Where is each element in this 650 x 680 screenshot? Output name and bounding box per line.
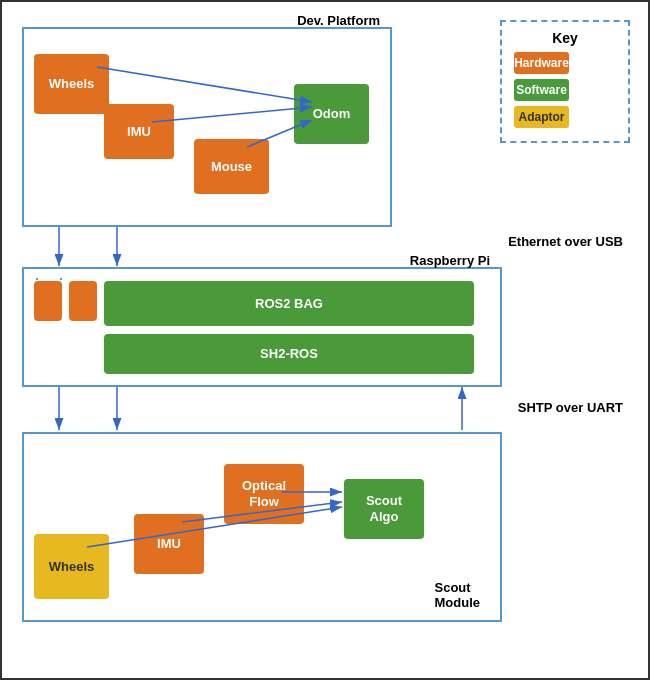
key-item-hardware: Hardware: [514, 52, 616, 74]
scout-platform-box: ScoutModule Wheels IMU OpticalFlow Scout…: [22, 432, 502, 622]
dev-platform-label: Dev. Platform: [297, 13, 380, 28]
optical-flow: OpticalFlow: [224, 464, 304, 524]
hw-block-1: [34, 281, 62, 321]
wheels-dev: Wheels: [34, 54, 109, 114]
key-item-software: Software: [514, 79, 616, 101]
scout-label: ScoutModule: [435, 580, 481, 610]
scout-algo: ScoutAlgo: [344, 479, 424, 539]
ethernet-label: Ethernet over USB: [508, 234, 623, 249]
hardware-color-swatch: Hardware: [514, 52, 569, 74]
odom-dev: Odom: [294, 84, 369, 144]
software-color-swatch: Software: [514, 79, 569, 101]
main-diagram: Key Hardware Software Adaptor Dev. Platf…: [0, 0, 650, 680]
wheels-scout: Wheels: [34, 534, 109, 599]
imu-scout: IMU: [134, 514, 204, 574]
adaptor-label: Adaptor: [514, 106, 569, 128]
raspi-platform-box: Raspberry Pi ROS2 BAG SH2-ROS: [22, 267, 502, 387]
ros2-bag: ROS2 BAG: [104, 281, 474, 326]
mouse-dev: Mouse: [194, 139, 269, 194]
raspi-label: Raspberry Pi: [410, 253, 490, 268]
hw-block-2: [69, 281, 97, 321]
dev-platform-box: Dev. Platform Wheels IMU Mouse Odom: [22, 27, 392, 227]
adaptor-color-swatch: Adaptor: [514, 106, 569, 128]
shtp-label: SHTP over UART: [518, 400, 623, 415]
key-item-adaptor: Adaptor: [514, 106, 616, 128]
imu-dev: IMU: [104, 104, 174, 159]
software-label: Software: [514, 79, 569, 101]
key-title: Key: [514, 30, 616, 46]
sh2-ros: SH2-ROS: [104, 334, 474, 374]
key-box: Key Hardware Software Adaptor: [500, 20, 630, 143]
hardware-label: Hardware: [514, 52, 569, 74]
